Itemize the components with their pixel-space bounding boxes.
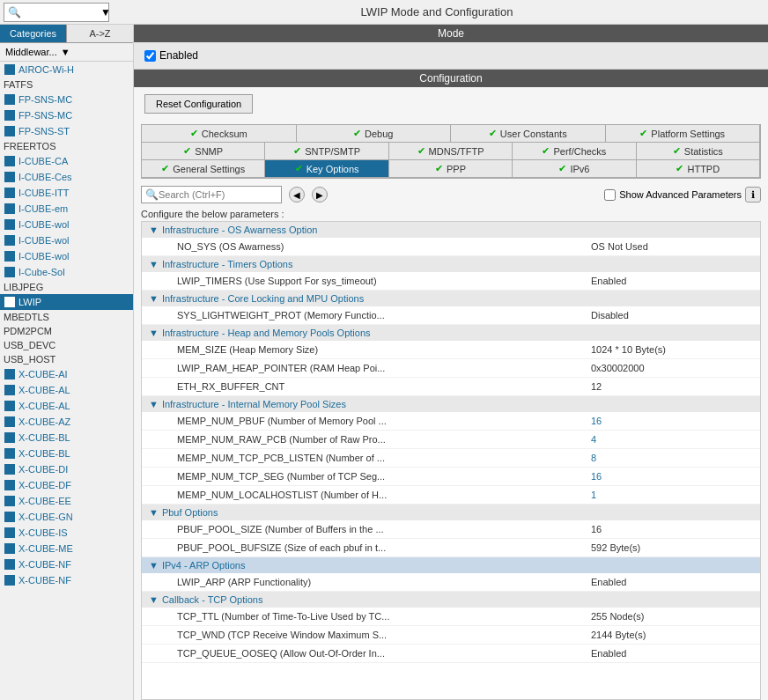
page-title: LWIP Mode and Configuration [109, 5, 764, 18]
cube-icon-30 [4, 527, 16, 539]
sidebar-item-25[interactable]: X-CUBE-BL [0, 446, 133, 461]
sidebar-item-4[interactable]: FP-SNS-ST [0, 123, 133, 139]
sidebar-item-32[interactable]: X-CUBE-NF [0, 556, 133, 572]
sidebar-item-13[interactable]: I-Cube-Sol [0, 264, 133, 280]
collapse-icon: ▼ [149, 225, 159, 235]
sidebar-item-6[interactable]: I-CUBE-CA [0, 153, 133, 169]
tab-generalsettings[interactable]: ✔ General Settings [142, 160, 265, 178]
category-dropdown[interactable]: ▼ [61, 47, 70, 57]
sidebar-item-9[interactable]: I-CUBE-em [0, 201, 133, 217]
tab-keyoptions[interactable]: ✔ Key Options [265, 160, 388, 178]
sidebar-item-1[interactable]: FATFS [0, 77, 133, 92]
sidebar-item-10[interactable]: I-CUBE-wol [0, 217, 133, 232]
tab-snmp[interactable]: ✔ SNMP [142, 143, 265, 160]
collapse-icon: ▼ [149, 259, 159, 269]
tab-ipv6[interactable]: ✔ IPv6 [513, 160, 636, 178]
check-icon: ✔ [435, 163, 443, 174]
nav-prev-button[interactable]: ◀ [289, 187, 305, 203]
param-value-4-3: 16 [584, 469, 760, 483]
section-header-1[interactable]: ▼ Infrastructure - Timers Options [142, 256, 760, 272]
section-header-4[interactable]: ▼ Infrastructure - Internal Memory Pool … [142, 396, 760, 412]
tab-userconstants[interactable]: ✔ User Constants [451, 125, 606, 143]
param-row-3-0: MEM_SIZE (Heap Memory Size)1024 * 10 Byt… [142, 341, 760, 359]
sidebar-item-2[interactable]: FP-SNS-MC [0, 92, 133, 107]
section-header-6[interactable]: ▼ IPv4 - ARP Options [142, 557, 760, 573]
param-value-4-4: 1 [584, 488, 760, 502]
section-header-2[interactable]: ▼ Infrastructure - Core Locking and MPU … [142, 291, 760, 306]
sidebar-item-8[interactable]: I-CUBE-ITT [0, 185, 133, 201]
show-advanced-checkbox[interactable] [604, 189, 616, 201]
top-search-input[interactable] [21, 7, 100, 18]
param-name-4-4: MEMP_NUM_LOCALHOSTLIST (Number of H... [142, 488, 584, 502]
sidebar-item-7[interactable]: I-CUBE-Ces [0, 169, 133, 185]
param-row-7-1: TCP_WND (TCP Receive Window Maximum S...… [142, 626, 760, 645]
sidebar-item-label-14: LIBJPEG [4, 282, 43, 292]
sidebar-item-29[interactable]: X-CUBE-GN [0, 509, 133, 525]
tab-mdnstftp[interactable]: ✔ MDNS/TFTP [389, 143, 513, 160]
sidebar-item-14[interactable]: LIBJPEG [0, 280, 133, 294]
param-name-5-1: PBUF_POOL_BUFSIZE (Size of each pbuf in … [142, 541, 584, 555]
cube-icon-0 [4, 63, 16, 76]
sidebar-item-20[interactable]: X-CUBE-AI [0, 366, 133, 382]
sidebar-item-31[interactable]: X-CUBE-ME [0, 541, 133, 556]
sidebar-item-label-18: USB_DEVC [4, 340, 55, 350]
sidebar-item-16[interactable]: MBEDTLS [0, 310, 133, 324]
tab-statistics[interactable]: ✔ Statistics [637, 143, 760, 160]
param-search-box[interactable]: 🔍 [141, 186, 282, 203]
config-section: Configuration Reset Configuration ✔ Chec… [134, 70, 768, 700]
sidebar-item-28[interactable]: X-CUBE-EE [0, 493, 133, 509]
top-search-box[interactable]: 🔍 ▼ [4, 3, 109, 22]
sidebar-item-0[interactable]: AIROC-Wi-H [0, 62, 133, 77]
sidebar-item-label-15: LWIP [18, 297, 41, 307]
sidebar-item-11[interactable]: I-CUBE-wol [0, 232, 133, 248]
sidebar-item-5[interactable]: FREERTOS [0, 139, 133, 153]
info-button[interactable]: ℹ [745, 187, 761, 203]
param-row-7-0: TCP_TTL (Number of Time-To-Live Used by … [142, 608, 760, 626]
tab-perfchecks[interactable]: ✔ Perf/Checks [513, 143, 636, 160]
param-search-input[interactable] [159, 189, 273, 200]
sidebar-item-label-25: X-CUBE-BL [18, 448, 70, 459]
sidebar-item-label-21: X-CUBE-AL [18, 385, 70, 395]
tab-sntpsmtp[interactable]: ✔ SNTP/SMTP [265, 143, 388, 160]
tab-atoz[interactable]: A->Z [67, 25, 133, 42]
tab-ppp[interactable]: ✔ PPP [389, 160, 513, 178]
param-row-4-2: MEMP_NUM_TCP_PCB_LISTEN (Number of ...8 [142, 449, 760, 468]
tab-checksum[interactable]: ✔ Checksum [142, 125, 297, 143]
section-header-5[interactable]: ▼ Pbuf Options [142, 505, 760, 520]
check-icon: ✔ [295, 163, 303, 174]
sidebar-item-19[interactable]: USB_HOST [0, 352, 133, 366]
tab-categories[interactable]: Categories [0, 25, 67, 42]
tab-platformsettings[interactable]: ✔ Platform Settings [606, 125, 761, 143]
tab-httpd[interactable]: ✔ HTTPD [637, 160, 760, 178]
param-name-4-1: MEMP_NUM_RAW_PCB (Number of Raw Pro... [142, 432, 584, 446]
check-icon: ✔ [489, 128, 497, 139]
sidebar-item-12[interactable]: I-CUBE-wol [0, 248, 133, 264]
check-icon: ✔ [417, 145, 425, 157]
check-icon: ✔ [161, 163, 169, 174]
sidebar-item-24[interactable]: X-CUBE-BL [0, 430, 133, 446]
sidebar-item-33[interactable]: X-CUBE-NF [0, 572, 133, 588]
tab-debug[interactable]: ✔ Debug [297, 125, 452, 143]
reset-config-button[interactable]: Reset Configuration [144, 94, 253, 114]
param-value-4-1: 4 [584, 432, 760, 446]
nav-next-button[interactable]: ▶ [312, 187, 328, 203]
sidebar-item-26[interactable]: X-CUBE-DI [0, 461, 133, 477]
sidebar-item-27[interactable]: X-CUBE-DF [0, 477, 133, 493]
sidebar-item-18[interactable]: USB_DEVC [0, 338, 133, 352]
sidebar-item-30[interactable]: X-CUBE-IS [0, 525, 133, 541]
sidebar-item-21[interactable]: X-CUBE-AL [0, 382, 133, 398]
section-header-0[interactable]: ▼ Infrastructure - OS Awarness Option [142, 222, 760, 238]
sidebar-item-17[interactable]: PDM2PCM [0, 324, 133, 338]
content-area: Mode Enabled Configuration Reset Configu… [134, 25, 768, 700]
sidebar-item-23[interactable]: X-CUBE-AZ [0, 414, 133, 430]
sidebar-item-22[interactable]: X-CUBE-AL [0, 398, 133, 414]
section-header-3[interactable]: ▼ Infrastructure - Heap and Memory Pools… [142, 325, 760, 341]
param-name-6-0: LWIP_ARP (ARP Functionality) [142, 575, 584, 589]
sidebar-item-15[interactable]: LWIP [0, 294, 133, 310]
enabled-checkbox[interactable] [144, 50, 156, 62]
section-header-7[interactable]: ▼ Callback - TCP Options [142, 592, 760, 608]
sidebar-item-3[interactable]: FP-SNS-MC [0, 107, 133, 123]
cube-icon-20 [4, 368, 16, 380]
param-value-6-0: Enabled [584, 575, 760, 589]
param-name-3-0: MEM_SIZE (Heap Memory Size) [142, 343, 584, 357]
